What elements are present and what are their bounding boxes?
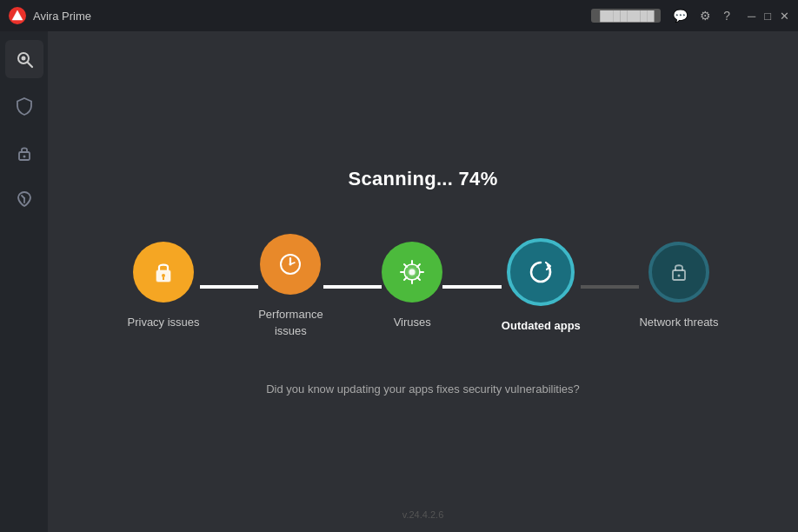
step-circle-privacy: [133, 242, 194, 303]
svg-line-22: [404, 277, 407, 280]
svg-line-21: [417, 264, 420, 267]
sidebar-item-privacy[interactable]: [5, 134, 43, 172]
step-label-outdated: Outdated apps: [502, 318, 581, 334]
step-outdated: Outdated apps: [502, 238, 581, 334]
svg-line-6: [22, 196, 24, 198]
window-controls: ─ □ ✕: [748, 10, 789, 23]
connector-1: [200, 285, 259, 289]
user-badge: ████████: [591, 9, 661, 23]
close-button[interactable]: ✕: [780, 10, 789, 23]
step-label-privacy: Privacy issues: [128, 315, 200, 330]
title-bar-controls: ████████ 💬 ⚙ ? ─ □ ✕: [591, 9, 789, 23]
main-content: Scanning... 74% Privacy issues: [48, 31, 798, 532]
hint-text: Did you know updating your apps fixes se…: [266, 382, 580, 396]
connector-4: [581, 285, 640, 289]
connector-3: [442, 285, 502, 289]
svg-point-2: [21, 57, 25, 61]
step-circle-network: [648, 242, 709, 303]
svg-point-25: [677, 275, 680, 277]
svg-line-19: [404, 264, 407, 267]
step-performance: Performanceissues: [258, 234, 323, 338]
sidebar-item-protection[interactable]: [5, 87, 43, 125]
svg-line-20: [417, 277, 420, 280]
scan-title: Scanning... 74%: [349, 168, 498, 190]
svg-point-8: [162, 274, 165, 277]
settings-icon[interactable]: ⚙: [700, 9, 711, 23]
step-network: Network threats: [639, 242, 718, 330]
minimize-button[interactable]: ─: [748, 10, 755, 23]
app-title: Avira Prime: [33, 10, 591, 23]
sidebar: [0, 31, 48, 532]
step-label-network: Network threats: [639, 315, 718, 330]
sidebar-item-scan[interactable]: [5, 40, 43, 78]
step-privacy: Privacy issues: [128, 242, 200, 330]
svg-point-4: [23, 156, 25, 158]
title-bar: Avira Prime ████████ 💬 ⚙ ? ─ □ ✕: [0, 0, 798, 31]
chat-icon[interactable]: 💬: [673, 9, 688, 23]
scan-steps: Privacy issues Performanceissues: [128, 234, 719, 338]
step-label-viruses: Viruses: [394, 315, 431, 330]
step-circle-outdated: [507, 238, 575, 306]
step-label-performance: Performanceissues: [258, 307, 323, 338]
main-layout: Scanning... 74% Privacy issues: [0, 31, 798, 532]
help-icon[interactable]: ?: [723, 9, 730, 23]
svg-point-12: [289, 263, 292, 266]
connector-2: [323, 285, 382, 289]
sidebar-item-boost[interactable]: [5, 181, 43, 219]
svg-line-1: [27, 63, 32, 68]
version-text: v.24.4.2.6: [402, 509, 444, 520]
maximize-button[interactable]: □: [764, 10, 771, 23]
step-circle-performance: [260, 234, 321, 295]
app-logo: [9, 7, 26, 24]
step-viruses: Viruses: [382, 242, 442, 330]
step-circle-viruses: [382, 242, 442, 303]
svg-point-23: [409, 269, 416, 276]
